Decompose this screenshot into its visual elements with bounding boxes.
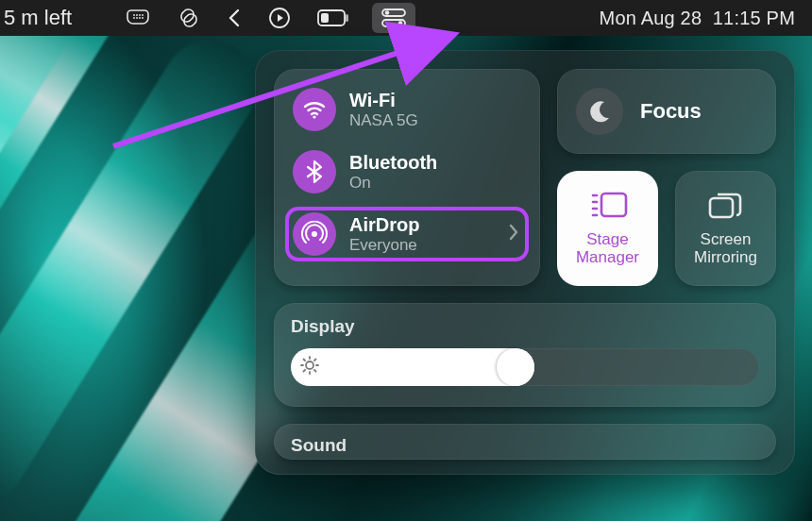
stage-manager-button[interactable]: Stage Manager xyxy=(557,171,658,286)
brightness-slider[interactable] xyxy=(291,348,759,386)
brightness-icon xyxy=(300,356,319,378)
stage-manager-icon xyxy=(588,190,628,224)
svg-rect-11 xyxy=(346,14,348,22)
wifi-toggle[interactable]: Wi-Fi NASA 5G xyxy=(285,82,529,137)
svg-point-14 xyxy=(385,10,390,15)
svg-point-0 xyxy=(133,14,135,16)
menu-bar: 5 m left xyxy=(0,0,812,36)
chevron-right-icon[interactable] xyxy=(508,224,519,244)
svg-line-30 xyxy=(304,360,306,361)
svg-point-17 xyxy=(313,115,315,118)
screen-mirroring-label: Screen Mirroring xyxy=(694,231,757,266)
svg-point-18 xyxy=(312,231,317,237)
menubar-time: 11:15 PM xyxy=(713,8,795,28)
menubar-datetime[interactable]: Mon Aug 28 11:15 PM xyxy=(600,8,795,29)
bluetooth-subtitle: On xyxy=(349,174,437,193)
svg-line-33 xyxy=(314,360,316,361)
control-center-menu-icon[interactable] xyxy=(372,3,415,33)
svg-rect-12 xyxy=(321,13,329,23)
wifi-subtitle: NASA 5G xyxy=(349,111,418,130)
display-tile: Display xyxy=(274,303,776,407)
menubar-date: Mon Aug 28 xyxy=(600,8,702,28)
svg-line-32 xyxy=(304,370,306,372)
sound-tile: Sound xyxy=(274,424,776,460)
now-playing-menu-icon[interactable] xyxy=(268,0,291,36)
screen-mirroring-button[interactable]: Screen Mirroring xyxy=(675,171,776,286)
airdrop-title: AirDrop xyxy=(349,214,419,236)
moon-icon xyxy=(576,88,623,135)
wifi-title: Wi-Fi xyxy=(349,90,418,111)
control-center-panel: Wi-Fi NASA 5G Bluetooth On xyxy=(255,50,795,475)
mic-menu-icon[interactable] xyxy=(127,0,151,36)
svg-point-25 xyxy=(306,361,313,369)
svg-point-4 xyxy=(133,17,135,19)
focus-label: Focus xyxy=(640,99,702,124)
airdrop-icon xyxy=(293,212,336,256)
svg-point-2 xyxy=(139,14,141,16)
countdown-text: 5 m left xyxy=(4,6,72,30)
bluetooth-title: Bluetooth xyxy=(349,152,437,174)
chatgpt-menu-icon[interactable] xyxy=(178,0,200,36)
svg-point-5 xyxy=(136,17,138,19)
connectivity-tile: Wi-Fi NASA 5G Bluetooth On xyxy=(274,69,540,286)
svg-point-6 xyxy=(139,17,141,19)
svg-line-31 xyxy=(314,370,316,372)
airdrop-subtitle: Everyone xyxy=(349,236,419,255)
svg-point-16 xyxy=(398,21,403,25)
svg-point-7 xyxy=(142,17,144,19)
bluetooth-icon xyxy=(293,150,336,193)
sound-label: Sound xyxy=(291,435,759,456)
back-chevron-icon[interactable] xyxy=(227,0,242,36)
stage-manager-label: Stage Manager xyxy=(576,231,639,266)
svg-rect-19 xyxy=(601,193,626,216)
battery-menu-icon[interactable] xyxy=(317,0,349,36)
screen-mirroring-icon xyxy=(707,190,745,224)
airdrop-toggle[interactable]: AirDrop Everyone xyxy=(285,207,529,261)
svg-point-3 xyxy=(142,14,144,16)
svg-rect-24 xyxy=(710,198,733,217)
bluetooth-toggle[interactable]: Bluetooth On xyxy=(285,144,529,199)
wifi-icon xyxy=(293,88,336,131)
svg-point-1 xyxy=(136,14,138,16)
svg-marker-9 xyxy=(278,14,283,22)
focus-toggle[interactable]: Focus xyxy=(557,69,776,154)
display-label: Display xyxy=(291,316,759,337)
